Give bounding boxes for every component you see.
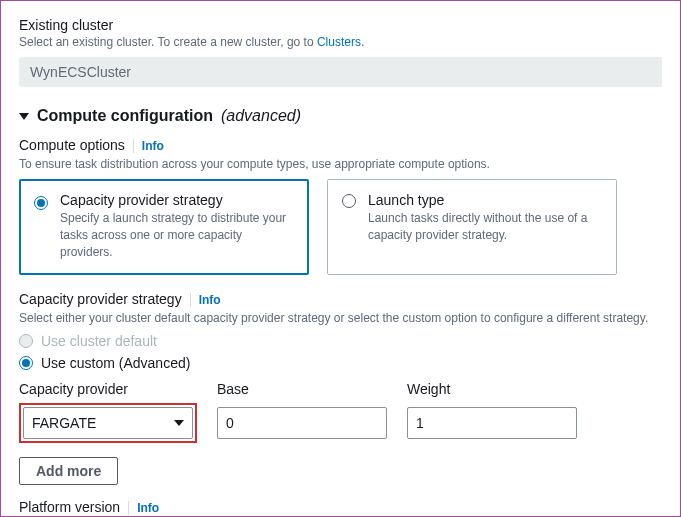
platform-version-info-link[interactable]: Info — [128, 501, 159, 515]
capacity-provider-select[interactable]: FARGATE — [23, 407, 193, 439]
tile-cps-title: Capacity provider strategy — [60, 192, 294, 208]
chevron-down-icon — [174, 420, 184, 426]
caret-down-icon — [19, 113, 29, 120]
radio-icon — [34, 196, 48, 210]
radio-default-label: Use cluster default — [41, 333, 157, 349]
radio-icon — [19, 334, 33, 348]
col-capacity-provider: Capacity provider — [19, 381, 197, 397]
tile-capacity-provider-strategy[interactable]: Capacity provider strategy Specify a lau… — [19, 179, 309, 275]
radio-custom-label: Use custom (Advanced) — [41, 355, 190, 371]
add-more-button[interactable]: Add more — [19, 457, 118, 485]
compute-config-panel: Existing cluster Select an existing clus… — [0, 0, 681, 517]
capacity-provider-value: FARGATE — [32, 415, 96, 431]
existing-cluster-help: Select an existing cluster. To create a … — [19, 35, 662, 49]
col-base: Base — [217, 381, 387, 397]
radio-use-cluster-default: Use cluster default — [19, 333, 662, 349]
compute-options-help: To ensure task distribution across your … — [19, 157, 662, 171]
existing-cluster-field[interactable]: WynECSCluster — [19, 57, 662, 87]
compute-options-title: Compute options — [19, 137, 125, 153]
highlight-capacity-provider: FARGATE — [19, 403, 197, 443]
compute-config-advanced-label: (advanced) — [221, 107, 301, 125]
col-weight: Weight — [407, 381, 577, 397]
cps-info-link[interactable]: Info — [190, 293, 221, 307]
tile-cps-desc: Specify a launch strategy to distribute … — [60, 210, 294, 260]
base-input[interactable] — [217, 407, 387, 439]
clusters-link[interactable]: Clusters — [317, 35, 361, 49]
cps-title: Capacity provider strategy — [19, 291, 182, 307]
existing-cluster-help-prefix: Select an existing cluster. To create a … — [19, 35, 317, 49]
compute-config-expander[interactable]: Compute configuration (advanced) — [19, 107, 662, 125]
tile-lt-title: Launch type — [368, 192, 602, 208]
platform-version-title: Platform version — [19, 499, 120, 515]
tile-lt-desc: Launch tasks directly without the use of… — [368, 210, 602, 244]
cps-help: Select either your cluster default capac… — [19, 311, 662, 325]
weight-input[interactable] — [407, 407, 577, 439]
existing-cluster-help-suffix: . — [361, 35, 364, 49]
radio-icon — [342, 194, 356, 208]
tile-launch-type[interactable]: Launch type Launch tasks directly withou… — [327, 179, 617, 275]
compute-options-info-link[interactable]: Info — [133, 139, 164, 153]
radio-use-custom[interactable]: Use custom (Advanced) — [19, 355, 662, 371]
existing-cluster-title: Existing cluster — [19, 17, 662, 33]
compute-config-header-text: Compute configuration — [37, 107, 213, 125]
radio-icon — [19, 356, 33, 370]
